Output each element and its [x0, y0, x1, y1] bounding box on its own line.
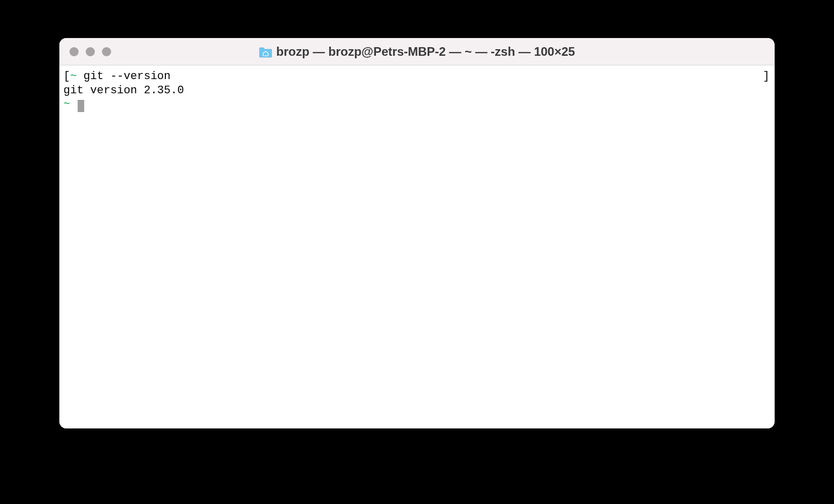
home-folder-icon	[259, 47, 271, 57]
titlebar: brozp — brozp@Petrs-MBP-2 — ~ — -zsh — 1…	[59, 38, 775, 65]
prompt-tilde: ~	[70, 70, 77, 83]
open-bracket: [	[63, 70, 70, 83]
output-text: git version 2.35.0	[63, 84, 184, 97]
terminal-body[interactable]: [~ git --version ] git version 2.35.0 ~	[59, 65, 775, 428]
minimize-button[interactable]	[86, 47, 95, 56]
terminal-line-3: ~	[63, 97, 771, 112]
cursor	[78, 100, 84, 112]
close-bracket: ]	[763, 69, 770, 84]
prompt-tilde-2: ~	[63, 98, 70, 111]
window-title: brozp — brozp@Petrs-MBP-2 — ~ — -zsh — 1…	[259, 45, 575, 59]
terminal-line-2: git version 2.35.0	[63, 84, 771, 98]
terminal-window: brozp — brozp@Petrs-MBP-2 — ~ — -zsh — 1…	[59, 38, 775, 428]
terminal-line-1: [~ git --version	[63, 69, 771, 84]
traffic-lights	[59, 47, 111, 56]
window-title-text: brozp — brozp@Petrs-MBP-2 — ~ — -zsh — 1…	[276, 45, 575, 59]
maximize-button[interactable]	[102, 47, 111, 56]
close-button[interactable]	[70, 47, 79, 56]
command-text: git --version	[77, 70, 170, 83]
